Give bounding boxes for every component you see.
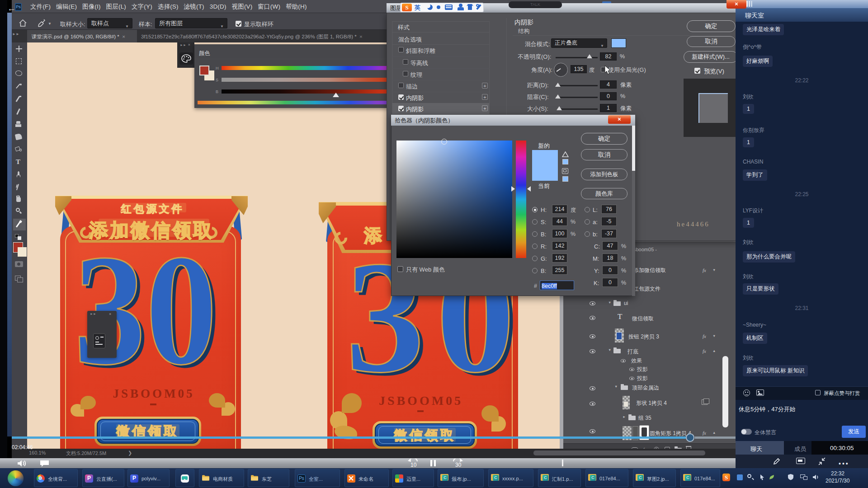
svg-text:10: 10 bbox=[410, 462, 417, 468]
svg-text:30: 30 bbox=[455, 462, 462, 468]
